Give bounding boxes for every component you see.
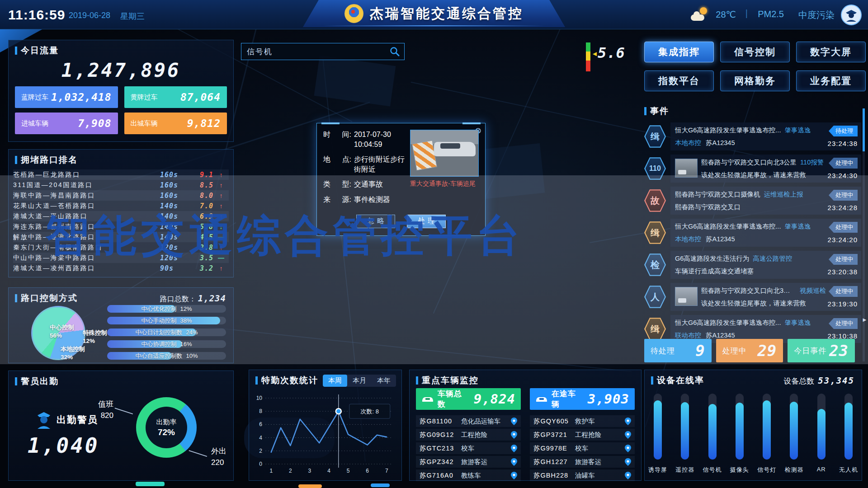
vehicle-total-box: 车辆总数9,824 — [416, 388, 521, 410]
separator: | — [745, 8, 748, 19]
location-pin-icon[interactable] — [511, 472, 517, 479]
device-label: AR — [811, 466, 832, 474]
event-badge-pursuit: 缉 — [644, 221, 666, 245]
congestion-row[interactable]: 解放中路—通灌北路路口140s4.5— — [13, 232, 229, 242]
vehicle-row[interactable]: 苏G09G12工程抢险 — [416, 429, 521, 441]
scrollbar-thumb[interactable] — [863, 108, 865, 151]
location-pin-icon[interactable] — [625, 458, 631, 466]
nav-business-config[interactable]: 业务配置 — [796, 70, 866, 91]
intersection-total: 路口总数：1,234 — [160, 293, 226, 304]
event-tag-link[interactable]: 肇事逃逸 — [784, 222, 811, 231]
tab-this-week[interactable]: 本周 — [323, 375, 347, 387]
nav-grid-duty[interactable]: 网格勤务 — [720, 70, 790, 91]
location-pin-icon[interactable] — [625, 431, 631, 439]
vehicle-row[interactable]: 苏G716A0教练车 — [416, 469, 521, 481]
event-item[interactable]: 人 熙春路与宁双路交叉口向北3公里视频巡检 该处发生轻微追尾事故，请速来营救 处… — [644, 283, 861, 311]
panel-control-mode: 路口控制方式 路口总数：1,234 中心控制56% 特殊控制12% 本地控制32… — [8, 287, 234, 363]
event-thumbnail[interactable] — [675, 287, 698, 306]
vehicle-row[interactable]: 苏GBH228油罐车 — [530, 469, 635, 481]
event-item[interactable]: 检 G6高速路段发生违法行为高速公路管控 车辆逆行造成高速交通堵塞 处理中 23… — [644, 251, 861, 279]
nav-integrated-command[interactable]: 集成指挥 — [644, 42, 714, 62]
device-total: 设备总数53,345 — [783, 375, 854, 386]
temperature: 28℃ — [716, 9, 736, 20]
panel-today-flow: 今日流量 1,247,896 蓝牌过车1,032,418 黄牌过车87,064 … — [8, 40, 234, 142]
congestion-row[interactable]: 港城大道—凌州西路路口90s3.2↑ — [13, 263, 229, 273]
vehicle-row[interactable]: 苏G9978E校车 — [530, 442, 635, 454]
svg-text:8: 8 — [259, 408, 262, 414]
vehicle-row[interactable]: 苏GH1227旅游客运 — [530, 456, 635, 468]
congestion-row[interactable]: 秦东门大街—南极南路路口120s3.8↑ — [13, 242, 229, 253]
control-pie-chart: 中心控制56% 特殊控制12% 本地控制32% — [31, 306, 85, 360]
event-item[interactable]: 缉 恒大G6高速路段发生肇事逃逸布控...肇事逃逸 本地布控苏A12345 处理… — [644, 219, 861, 247]
aqi-gauge-pointer: ◄ — [591, 50, 598, 57]
svg-text:6: 6 — [259, 421, 262, 427]
vehicle-row[interactable]: 苏GPZ342旅游客运 — [416, 456, 521, 468]
congestion-row[interactable]: 海连东路—郁州南路路口140s5.8↓ — [13, 221, 229, 232]
event-item[interactable]: 110 熙春路与宁双路交叉口向北3公里110报警 该处发生轻微追尾事故，请速来营… — [644, 155, 861, 183]
status-badge: 处理中 — [829, 286, 858, 297]
popup-row-time: 时间:2017-07-30 10:04:59 — [323, 130, 405, 149]
ignore-button[interactable]: 忽略 — [356, 215, 395, 228]
pollution-level: 中度污染 — [798, 9, 835, 21]
vehicle-row[interactable]: 苏GQY605救护车 — [530, 415, 635, 427]
location-pin-icon[interactable] — [625, 418, 631, 425]
search-icon[interactable] — [390, 47, 400, 56]
title-banner: 杰瑞智能交通综合管控 — [303, 0, 565, 27]
vehicle-row[interactable]: 苏G81100危化品运输车 — [416, 415, 521, 427]
congestion-row[interactable]: 港城大道—平山路路口140s6.9↑ — [13, 211, 229, 221]
congestion-row[interactable]: 311国道—204国道路口160s8.5↑ — [13, 180, 229, 190]
events-scrollbar[interactable] — [863, 108, 865, 361]
nav-signal-control[interactable]: 信号控制 — [720, 42, 790, 62]
accident-photo[interactable] — [410, 130, 479, 177]
search-box — [241, 43, 405, 60]
panel-events: 事件 缉 恒大G6高速路段发生肇事逃逸布控...肇事逃逸 本地布控苏A12345… — [644, 105, 861, 362]
congestion-row[interactable]: 中山中路—海棠中路路口120s3.5— — [13, 253, 229, 263]
trend-icon: — — [213, 254, 229, 262]
panel-title: 警员出勤 — [15, 375, 59, 387]
svg-text:5: 5 — [347, 468, 350, 474]
vehicle-row[interactable]: 苏GP3721工程抢险 — [530, 429, 635, 441]
nav-index-platform[interactable]: 指数平台 — [644, 70, 714, 91]
tab-this-month[interactable]: 本月 — [347, 375, 372, 387]
location-pin-icon[interactable] — [511, 458, 517, 466]
event-thumbnail[interactable] — [675, 159, 698, 178]
nav-digital-screen[interactable]: 数字大屏 — [796, 42, 866, 62]
event-tag-link[interactable]: 高速公路管控 — [753, 254, 792, 263]
event-time: 23:19:30 — [828, 300, 858, 308]
panel-device-online: 设备在线率 设备总数53,345 诱导屏 遥控器 信号机 摄像头 信号灯 检测器… — [644, 370, 862, 481]
congestion-row[interactable]: 花果山大道—苍梧路路口140s7.0↑ — [13, 201, 229, 211]
location-pin-icon[interactable] — [511, 431, 517, 439]
trend-icon: ↑ — [213, 182, 229, 189]
search-input[interactable] — [241, 47, 390, 56]
clock: 11:16:59 — [8, 7, 65, 23]
location-pin-icon[interactable] — [625, 472, 631, 479]
handle-button[interactable]: 处理 — [407, 215, 446, 228]
congestion-row[interactable]: 海联中路—海昌南路路口160s8.0↑ — [13, 190, 229, 201]
event-tag-link[interactable]: 肇事逃逸 — [784, 126, 811, 135]
pager-arrow-icon[interactable]: ► — [862, 316, 868, 323]
panel-title: 重点车辆监控 — [416, 375, 479, 386]
aqi-value: 5.6 — [598, 44, 625, 61]
stat-yellow-plate: 黄牌过车87,064 — [124, 86, 227, 108]
event-tag-link[interactable]: 视频巡检 — [800, 286, 826, 295]
event-tag-link[interactable]: 肇事逃逸 — [784, 319, 811, 327]
legend-line — [189, 444, 209, 457]
panel-title: 事件 — [644, 105, 861, 117]
location-pin-icon[interactable] — [511, 418, 517, 425]
control-bar: 中心日计划控制数24% — [107, 328, 226, 336]
stat-inbound: 进城车辆7,908 — [15, 113, 118, 134]
congestion-row[interactable]: 苍梧路—巨龙路路口160s9.1↑ — [13, 169, 229, 180]
stat-processing: 处理中29 — [716, 339, 783, 362]
event-tag-link[interactable]: 运维巡检上报 — [764, 190, 803, 199]
location-pin-icon[interactable] — [511, 445, 517, 452]
event-item[interactable]: 缉 恒大G6高速路段发生肇事逃逸布控...肇事逃逸 本地布控苏A12345 待处… — [644, 122, 861, 150]
location-pin-icon[interactable] — [625, 445, 631, 452]
event-tag-link[interactable]: 110报警 — [800, 158, 824, 167]
weather-icon — [691, 7, 709, 21]
tab-this-year[interactable]: 本年 — [372, 375, 396, 387]
vehicle-row[interactable]: 苏GTC213校车 — [416, 442, 521, 454]
user-avatar[interactable] — [841, 5, 862, 25]
photo-caption: 重大交通事故-车辆追尾 — [410, 180, 479, 188]
event-item[interactable]: 故 熙春路与宁双路交叉口摄像机运维巡检上报 熙春路与宁双路交叉口 处理中 23:… — [644, 187, 861, 215]
date: 2019-06-28 — [69, 11, 110, 20]
